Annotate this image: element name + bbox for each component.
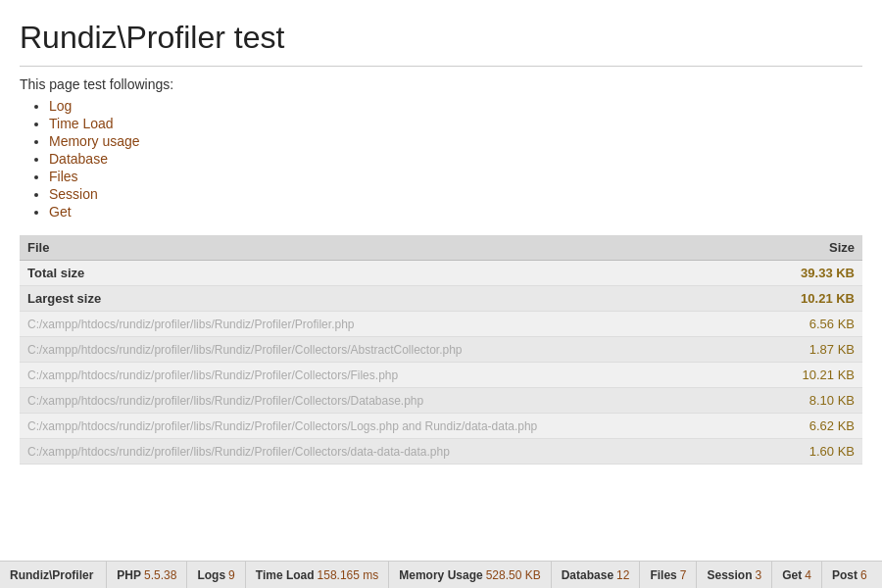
table-row: C:/xampp/htdocs/rundiz/profiler/libs/Run… bbox=[20, 312, 862, 337]
feature-item: Memory usage bbox=[49, 133, 862, 149]
toolbar-item-value: 9 bbox=[228, 568, 235, 582]
toolbar-item-label: Memory Usage bbox=[399, 568, 482, 582]
toolbar-item-value: 5.5.38 bbox=[144, 568, 176, 582]
size-cell: 10.21 KB bbox=[764, 286, 862, 312]
file-cell: C:/xampp/htdocs/rundiz/profiler/libs/Run… bbox=[20, 388, 764, 414]
file-cell: C:/xampp/htdocs/rundiz/profiler/libs/Run… bbox=[20, 363, 764, 388]
feature-link[interactable]: Session bbox=[49, 186, 98, 202]
feature-list: LogTime LoadMemory usageDatabaseFilesSes… bbox=[20, 98, 862, 220]
table-header-row: File Size bbox=[20, 235, 862, 261]
bottom-toolbar: Rundiz\ProfilerPHP5.5.38Logs9Time Load15… bbox=[0, 561, 882, 588]
toolbar-item[interactable]: Database12 bbox=[552, 562, 641, 588]
toolbar-item-value: 12 bbox=[616, 568, 629, 582]
table-row: C:/xampp/htdocs/rundiz/profiler/libs/Run… bbox=[20, 337, 862, 363]
table-row: C:/xampp/htdocs/rundiz/profiler/libs/Run… bbox=[20, 363, 862, 388]
toolbar-item-label: Post bbox=[832, 568, 858, 582]
toolbar-item-value: 3 bbox=[756, 568, 762, 582]
toolbar-item[interactable]: Session3 bbox=[697, 562, 772, 588]
feature-link[interactable]: Get bbox=[49, 204, 72, 220]
size-cell: 1.87 KB bbox=[764, 337, 862, 363]
size-cell: 10.21 KB bbox=[764, 363, 862, 388]
files-table: File Size Total size39.33 KBLargest size… bbox=[20, 235, 862, 465]
toolbar-item[interactable]: PHP5.5.38 bbox=[107, 562, 187, 588]
toolbar-item-label: Logs bbox=[197, 568, 225, 582]
table-row: Largest size10.21 KB bbox=[20, 286, 862, 312]
toolbar-item[interactable]: Post6 bbox=[822, 562, 877, 588]
toolbar-item[interactable]: Get4 bbox=[772, 562, 822, 588]
table-row: C:/xampp/htdocs/rundiz/profiler/libs/Run… bbox=[20, 388, 862, 414]
file-cell: C:/xampp/htdocs/rundiz/profiler/libs/Run… bbox=[20, 439, 764, 465]
feature-link[interactable]: Time Load bbox=[49, 116, 114, 131]
toolbar-item-label: Time Load bbox=[256, 568, 315, 582]
size-cell: 39.33 KB bbox=[764, 261, 862, 286]
feature-link[interactable]: Database bbox=[49, 151, 108, 167]
toolbar-item-label: Session bbox=[707, 568, 752, 582]
toolbar-item-label: Rundiz\Profiler bbox=[10, 568, 93, 582]
toolbar-item[interactable]: Rundiz\Profiler bbox=[0, 562, 107, 588]
size-cell: 6.62 KB bbox=[764, 414, 862, 439]
toolbar-item-value: 4 bbox=[805, 568, 811, 582]
table-row: Total size39.33 KB bbox=[20, 261, 862, 286]
feature-link[interactable]: Files bbox=[49, 169, 78, 184]
toolbar-item-value: 528.50 KB bbox=[486, 568, 541, 582]
toolbar-item-value: 158.165 ms bbox=[318, 568, 379, 582]
feature-item: Database bbox=[49, 151, 862, 167]
col-file-header: File bbox=[20, 235, 764, 261]
toolbar-item-label: Files bbox=[650, 568, 676, 582]
feature-item: Log bbox=[49, 98, 862, 114]
intro-text: This page test followings: bbox=[20, 76, 862, 92]
feature-item: Session bbox=[49, 186, 862, 202]
file-cell: Total size bbox=[20, 261, 764, 286]
toolbar-item[interactable]: Time Load158.165 ms bbox=[246, 562, 390, 588]
feature-item: Get bbox=[49, 204, 862, 220]
feature-link[interactable]: Memory usage bbox=[49, 133, 140, 149]
toolbar-item[interactable]: Logs9 bbox=[187, 562, 245, 588]
file-cell: C:/xampp/htdocs/rundiz/profiler/libs/Run… bbox=[20, 337, 764, 363]
page-title: Rundiz\Profiler test bbox=[20, 20, 862, 67]
feature-link[interactable]: Log bbox=[49, 98, 72, 114]
size-cell: 8.10 KB bbox=[764, 388, 862, 414]
toolbar-item-value: 6 bbox=[860, 568, 867, 582]
toolbar-item[interactable]: Files7 bbox=[640, 562, 697, 588]
toolbar-item[interactable]: Memory Usage528.50 KB bbox=[389, 562, 551, 588]
table-row: C:/xampp/htdocs/rundiz/profiler/libs/Run… bbox=[20, 439, 862, 465]
toolbar-item-value: 7 bbox=[680, 568, 687, 582]
main-content: Rundiz\Profiler test This page test foll… bbox=[0, 0, 882, 561]
table-row: C:/xampp/htdocs/rundiz/profiler/libs/Run… bbox=[20, 414, 862, 439]
toolbar-item-label: Get bbox=[782, 568, 802, 582]
size-cell: 6.56 KB bbox=[764, 312, 862, 337]
file-cell: Largest size bbox=[20, 286, 764, 312]
feature-item: Files bbox=[49, 169, 862, 184]
feature-item: Time Load bbox=[49, 116, 862, 131]
file-cell: C:/xampp/htdocs/rundiz/profiler/libs/Run… bbox=[20, 312, 764, 337]
toolbar-item-label: PHP bbox=[117, 568, 141, 582]
col-size-header: Size bbox=[764, 235, 862, 261]
toolbar-item-label: Database bbox=[562, 568, 613, 582]
size-cell: 1.60 KB bbox=[764, 439, 862, 465]
file-cell: C:/xampp/htdocs/rundiz/profiler/libs/Run… bbox=[20, 414, 764, 439]
